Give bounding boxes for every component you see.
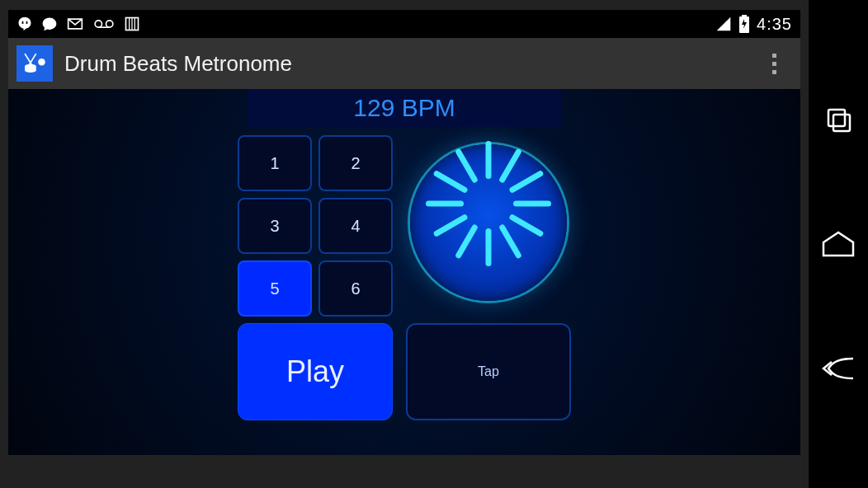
status-right: 4:35 [715,15,792,34]
status-bar: 4:35 [8,10,800,38]
battery-charging-icon [738,15,750,33]
metronome-panel: 129 BPM 1 2 3 4 5 6 Play Tap [238,89,571,420]
overflow-menu-button[interactable] [761,45,787,82]
svg-rect-15 [828,110,845,126]
beat-button-2[interactable]: 2 [318,135,393,191]
piano-icon [124,16,140,32]
tempo-dial[interactable] [410,144,567,301]
chat-icon [41,16,58,32]
beat-button-5[interactable]: 5 [238,260,312,317]
svg-point-12 [38,59,45,66]
svg-point-0 [95,21,101,27]
status-left [17,16,140,32]
app-bar: Drum Beats Metronome [8,38,800,89]
drum-icon [21,49,49,77]
beat-button-6[interactable]: 6 [318,260,393,317]
beat-button-3[interactable]: 3 [238,198,312,254]
app-icon [17,45,53,82]
back-button[interactable] [815,345,861,392]
device-screen: 4:35 Drum Beats Metronome 129 BPM 1 [8,10,800,455]
system-nav-bar [809,0,868,488]
tap-button[interactable]: Tap [406,323,571,420]
svg-point-11 [25,64,36,68]
controls-row: 1 2 3 4 5 6 [238,135,571,317]
signal-icon [715,16,732,32]
tempo-dial-wrap [406,140,571,305]
svg-rect-8 [742,15,747,17]
svg-line-14 [29,54,36,65]
recent-apps-button[interactable] [815,96,861,143]
beat-grid: 1 2 3 4 5 6 [238,135,393,317]
voicemail-icon [92,16,116,32]
svg-point-1 [106,21,113,27]
beat-button-4[interactable]: 4 [318,198,393,254]
recent-apps-icon [822,103,855,136]
home-button[interactable] [815,221,861,267]
hangouts-icon [17,16,33,32]
mail-icon [66,16,84,32]
home-icon [820,228,856,260]
action-row: Play Tap [238,323,571,420]
status-clock: 4:35 [757,15,792,34]
play-button[interactable]: Play [238,323,393,420]
svg-rect-16 [833,115,850,131]
app-content: 129 BPM 1 2 3 4 5 6 Play Tap [8,89,800,455]
beat-button-1[interactable]: 1 [238,135,312,191]
back-icon [820,352,856,385]
app-title: Drum Beats Metronome [64,51,761,77]
bpm-display: 129 BPM [248,89,561,127]
